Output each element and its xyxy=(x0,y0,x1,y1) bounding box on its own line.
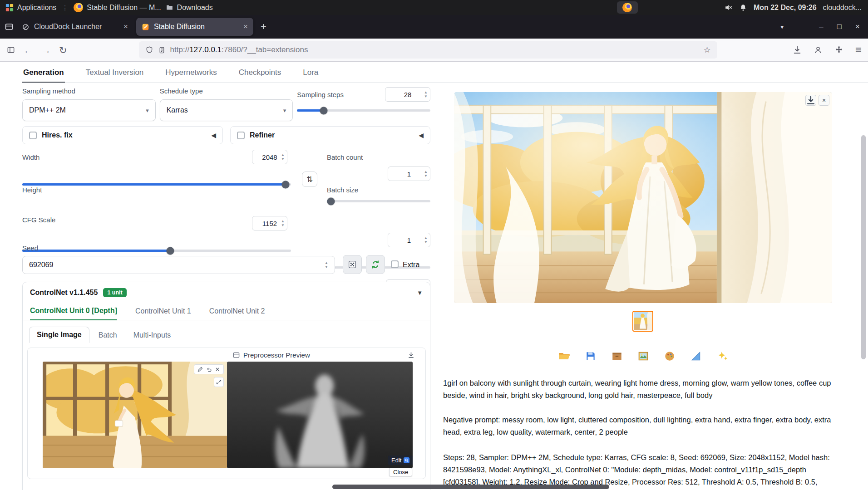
back-button[interactable]: ← xyxy=(24,45,33,55)
number-stepper[interactable]: ▲▼ xyxy=(325,261,328,269)
send-to-inpaint-button[interactable] xyxy=(662,348,677,364)
height-slider[interactable] xyxy=(22,250,291,252)
page-info-icon[interactable] xyxy=(158,46,166,54)
height-input[interactable]: 1152▲▼ xyxy=(252,216,287,230)
close-window-button[interactable]: × xyxy=(855,22,860,31)
number-stepper[interactable]: ▲▼ xyxy=(424,236,428,244)
extra-seed-checkbox[interactable] xyxy=(391,260,399,268)
batch-count-label: Batch count xyxy=(327,153,363,161)
taskbar-window-downloads[interactable]: Downloads xyxy=(166,4,213,12)
refiner-checkbox[interactable] xyxy=(237,132,245,139)
tab-checkpoints[interactable]: Checkpoints xyxy=(238,63,282,82)
upscale-button[interactable] xyxy=(715,348,730,364)
tab-close-icon[interactable]: × xyxy=(123,22,128,31)
forward-button[interactable]: → xyxy=(41,45,51,55)
reuse-seed-button[interactable] xyxy=(366,255,385,274)
collapse-down-icon[interactable]: ▼ xyxy=(417,289,423,296)
gallery-thumbnail-selected[interactable] xyxy=(632,311,653,332)
send-to-img2img-button[interactable] xyxy=(636,348,651,364)
collapse-left-icon[interactable]: ◀ xyxy=(211,132,216,139)
sampling-method-dropdown[interactable]: DPM++ 2M ▾ xyxy=(22,99,156,121)
preprocessor-preview-image[interactable] xyxy=(227,362,413,468)
firefox-taskbar-indicator[interactable] xyxy=(617,1,638,14)
firefox-view-icon[interactable] xyxy=(5,22,14,31)
tab-generation[interactable]: Generation xyxy=(22,63,65,83)
url-bar[interactable]: http://127.0.0.1:7860/?__tab=extensions … xyxy=(139,41,717,59)
expand-image-chip[interactable] xyxy=(214,377,224,387)
download-image-button[interactable] xyxy=(805,95,816,106)
preview-close-button[interactable]: Close xyxy=(389,468,412,476)
reload-button[interactable]: ↻ xyxy=(59,45,67,55)
minimize-button[interactable]: – xyxy=(819,22,823,31)
notifications-bell-icon[interactable] xyxy=(739,4,747,12)
width-input[interactable]: 2048▲▼ xyxy=(252,150,287,164)
account-icon[interactable] xyxy=(814,45,823,54)
controlnet-unit2-tab[interactable]: ControlNet Unit 2 xyxy=(209,307,265,320)
browser-tab-clouddock[interactable]: CloudDock Launcher × xyxy=(16,18,133,36)
batch-tab[interactable]: Batch xyxy=(91,328,124,343)
menu-icon[interactable]: ≡ xyxy=(855,44,862,55)
browser-toolbar: ← → ↻ http://127.0.0.1:7860/?__tab=exten… xyxy=(0,39,868,62)
refiner-accordion[interactable]: Refiner ◀ xyxy=(230,126,430,144)
number-stepper[interactable]: ▲▼ xyxy=(424,170,428,178)
tab-list-chevron-icon[interactable]: ▾ xyxy=(780,23,784,30)
extensions-icon[interactable] xyxy=(834,45,843,54)
width-slider[interactable] xyxy=(22,183,291,186)
downloads-icon[interactable] xyxy=(793,45,802,54)
clock[interactable]: Mon 22 Dec, 09:26 xyxy=(754,4,817,12)
collapse-left-icon[interactable]: ◀ xyxy=(419,132,424,139)
save-image-button[interactable] xyxy=(583,348,598,364)
undo-icon[interactable] xyxy=(206,367,212,372)
preview-edit-button[interactable]: Edit xyxy=(388,456,413,465)
random-seed-button[interactable] xyxy=(343,255,362,274)
seed-label: Seed xyxy=(22,244,38,252)
new-tab-button[interactable]: + xyxy=(256,21,271,33)
batch-size-input[interactable]: 1▲▼ xyxy=(388,233,430,247)
controlnet-input-image[interactable] xyxy=(43,362,227,468)
save-zip-button[interactable] xyxy=(609,348,625,364)
maximize-button[interactable]: □ xyxy=(837,22,842,31)
seed-input[interactable]: 692069 ▲▼ xyxy=(22,256,335,274)
tab-close-icon[interactable]: × xyxy=(243,22,248,31)
multi-inputs-tab[interactable]: Multi-Inputs xyxy=(126,328,178,343)
generated-image[interactable]: × xyxy=(454,92,832,303)
sidebar-icon[interactable] xyxy=(6,45,15,54)
hires-fix-accordion[interactable]: Hires. fix ◀ xyxy=(22,126,223,144)
tab-hypernetworks[interactable]: Hypernetworks xyxy=(164,63,217,82)
shield-icon[interactable] xyxy=(145,46,153,54)
batch-count-input[interactable]: 1▲▼ xyxy=(388,167,430,181)
clear-image-icon[interactable] xyxy=(215,367,220,372)
open-folder-button[interactable] xyxy=(557,348,572,364)
vertical-scrollbar[interactable] xyxy=(861,135,866,359)
bookmark-star-icon[interactable]: ☆ xyxy=(703,45,710,55)
controlnet-unit1-tab[interactable]: ControlNet Unit 1 xyxy=(135,307,191,320)
close-image-button[interactable]: × xyxy=(819,95,829,106)
browser-tab-stable-diffusion[interactable]: Stable Diffusion × xyxy=(136,18,253,36)
preprocessor-preview-header: Preprocessor Preview xyxy=(233,351,414,359)
sampling-steps-slider[interactable] xyxy=(297,109,430,112)
single-image-tab[interactable]: Single Image xyxy=(29,327,89,343)
number-stepper[interactable]: ▲▼ xyxy=(281,153,285,161)
preview-window-icon xyxy=(233,352,240,358)
batch-count-slider[interactable] xyxy=(327,200,430,202)
number-stepper[interactable]: ▲▼ xyxy=(424,91,428,98)
hires-fix-checkbox[interactable] xyxy=(29,132,37,139)
firefox-icon xyxy=(74,3,83,12)
sampling-steps-input[interactable]: 28 ▲▼ xyxy=(385,87,430,102)
tab-lora[interactable]: Lora xyxy=(302,63,319,82)
swap-width-height-button[interactable]: ⇅ xyxy=(302,172,317,187)
controlnet-header[interactable]: ControlNet v1.1.455 1 unit ▼ xyxy=(23,282,430,303)
schedule-type-dropdown[interactable]: Karras ▾ xyxy=(160,99,293,121)
applications-menu[interactable]: Applications xyxy=(5,4,56,12)
number-stepper[interactable]: ▲▼ xyxy=(281,220,285,227)
download-preview-icon[interactable] xyxy=(408,352,414,358)
send-to-extras-button[interactable] xyxy=(688,348,704,364)
tab-textual-inversion[interactable]: Textual Inversion xyxy=(85,63,145,82)
schedule-type-label: Schedule type xyxy=(160,87,293,95)
controlnet-unit0-tab[interactable]: ControlNet Unit 0 [Depth] xyxy=(30,307,117,320)
firefox-icon xyxy=(622,3,632,12)
taskbar-window-stable-diffusion[interactable]: Stable Diffusion — M... xyxy=(74,3,161,12)
volume-muted-icon[interactable] xyxy=(724,3,733,12)
horizontal-scrollbar[interactable] xyxy=(332,485,609,489)
edit-pencil-icon[interactable] xyxy=(197,367,203,372)
